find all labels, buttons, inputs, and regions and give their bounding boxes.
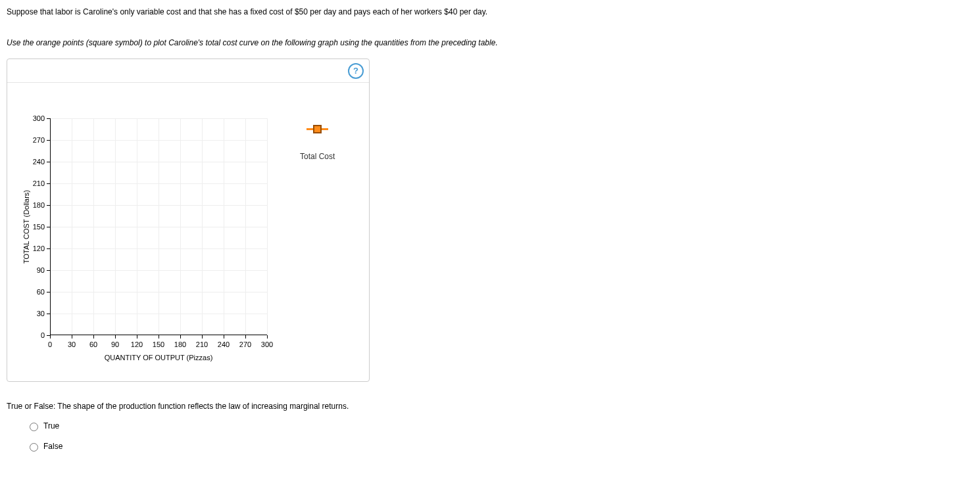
graph-header: ? xyxy=(7,59,369,83)
y-tick-label: 30 xyxy=(25,310,45,317)
x-tick-label: 120 xyxy=(131,340,143,348)
true-false-question: True or False: The shape of the producti… xyxy=(7,402,973,411)
y-axis xyxy=(50,118,51,335)
y-tick-label: 90 xyxy=(25,266,45,274)
radio-true-label: True xyxy=(43,421,59,431)
y-axis-title: TOTAL COST (Dollars) xyxy=(22,190,30,264)
x-tick-label: 180 xyxy=(174,340,186,348)
radio-option-false[interactable]: False xyxy=(26,441,973,452)
x-axis-title: QUANTITY OF OUTPUT (Pizzas) xyxy=(105,354,213,362)
y-tick-label: 0 xyxy=(25,331,45,339)
graph-panel: ? 03060901201501802102402703000306090120… xyxy=(7,58,370,382)
help-icon[interactable]: ? xyxy=(348,63,364,79)
legend-line-left xyxy=(306,128,313,130)
y-tick-label: 270 xyxy=(25,136,45,144)
square-icon xyxy=(313,125,322,133)
legend-line-right xyxy=(322,128,328,130)
y-tick-label: 300 xyxy=(25,114,45,122)
x-tick-label: 270 xyxy=(239,340,251,348)
x-tick-label: 0 xyxy=(48,340,52,348)
y-tick-label: 240 xyxy=(25,158,45,166)
plot-area[interactable]: 0306090120150180210240270300030609012015… xyxy=(50,118,267,335)
legend-marker-total-cost[interactable] xyxy=(300,125,335,133)
instruction-text: Use the orange points (square symbol) to… xyxy=(7,37,973,49)
x-tick-label: 300 xyxy=(261,340,273,348)
x-tick-label: 150 xyxy=(153,340,164,348)
radio-true[interactable] xyxy=(30,423,38,431)
y-tick-label: 60 xyxy=(25,288,45,296)
radio-false[interactable] xyxy=(30,443,38,452)
x-tick-label: 210 xyxy=(196,340,208,348)
x-tick-label: 90 xyxy=(111,340,119,348)
x-tick-label: 30 xyxy=(68,340,76,348)
radio-false-label: False xyxy=(43,442,62,451)
x-tick-label: 60 xyxy=(89,340,97,348)
legend: Total Cost xyxy=(300,125,335,161)
legend-label: Total Cost xyxy=(300,152,335,161)
y-tick-label: 210 xyxy=(25,179,45,187)
radio-option-true[interactable]: True xyxy=(26,421,973,431)
x-tick-label: 240 xyxy=(218,340,230,348)
intro-text: Suppose that labor is Caroline's only va… xyxy=(7,7,973,18)
